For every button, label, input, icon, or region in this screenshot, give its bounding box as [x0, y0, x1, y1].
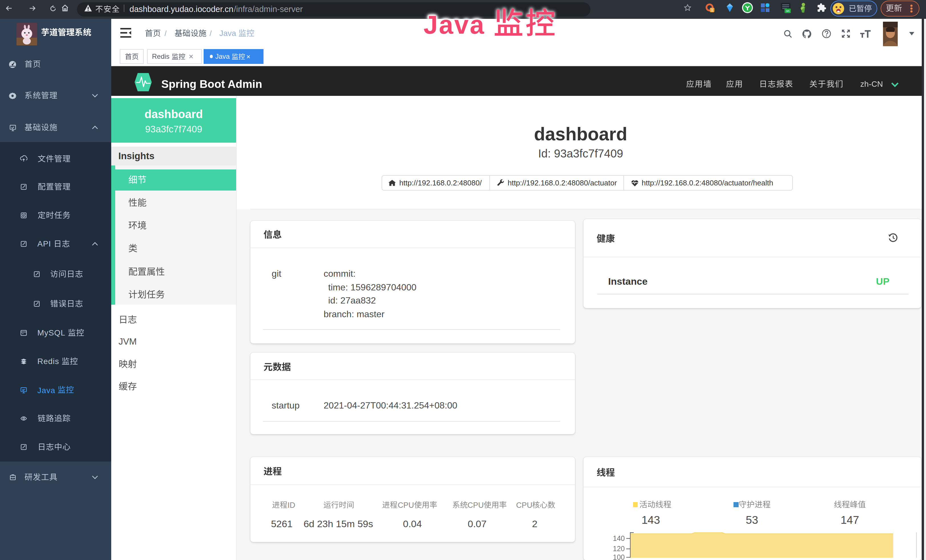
svg-text:1: 1 [711, 8, 713, 12]
svg-text:on: on [786, 9, 790, 12]
